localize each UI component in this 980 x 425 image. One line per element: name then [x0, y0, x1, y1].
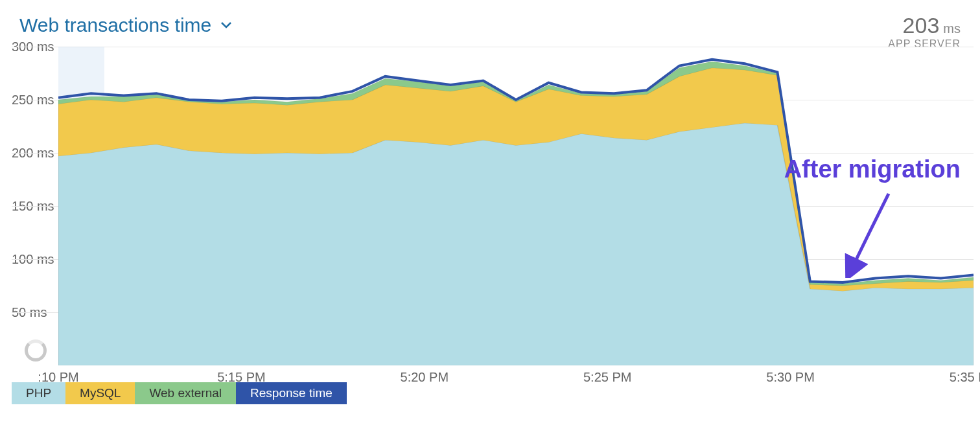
area-php [58, 123, 974, 365]
legend-item-response-time[interactable]: Response time [236, 382, 347, 404]
loading-spinner-icon [25, 339, 47, 362]
chevron-down-icon [220, 21, 232, 29]
x-tick-label: 5:20 PM [401, 370, 449, 385]
chart-area[interactable]: 50 ms100 ms150 ms200 ms250 ms300 ms :10 … [12, 47, 974, 365]
metric-unit: ms [943, 22, 961, 36]
plot-surface[interactable]: :10 PM5:15 PM5:20 PM5:25 PM5:30 PM5:35 P… [58, 47, 974, 365]
x-tick-label: 5:25 PM [583, 370, 631, 385]
stacked-area-svg [58, 47, 974, 365]
legend: PHP MySQL Web external Response time [12, 382, 347, 404]
summary-metric: 203 ms APP SERVER [888, 14, 961, 49]
legend-item-web-external[interactable]: Web external [135, 382, 236, 404]
chart-title-dropdown[interactable]: Web transactions time [19, 14, 232, 36]
chart-title: Web transactions time [19, 14, 211, 36]
x-tick-label: 5:35 PM [950, 370, 980, 385]
legend-item-mysql[interactable]: MySQL [65, 382, 135, 404]
legend-item-php[interactable]: PHP [12, 382, 65, 404]
x-tick-label: 5:30 PM [766, 370, 814, 385]
metric-value: 203 [903, 14, 940, 38]
